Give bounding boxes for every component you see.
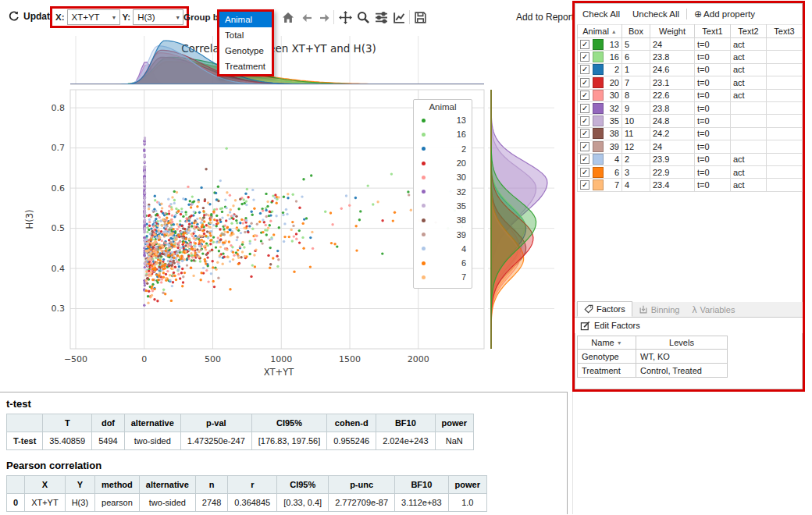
legend-item-38: 38: [418, 213, 468, 227]
plus-circle-icon: ⊕: [694, 9, 702, 20]
edit-factors-button[interactable]: Edit Factors: [575, 318, 803, 333]
legend-item-39: 39: [418, 227, 468, 241]
update-button[interactable]: Update: [6, 9, 55, 23]
lambda-icon: λ: [692, 304, 696, 315]
y-variable-dropdown[interactable]: H(3) ▼: [133, 9, 183, 25]
color-swatch: [593, 39, 604, 50]
factors-header-name[interactable]: Name▼: [578, 336, 636, 350]
color-swatch: [593, 77, 604, 88]
svg-text:0.3: 0.3: [52, 304, 66, 314]
row-checkbox[interactable]: ✓: [580, 78, 589, 87]
svg-text:0.4: 0.4: [52, 264, 66, 274]
animal-row-6[interactable]: ✓6322.9t=0act: [578, 165, 803, 178]
column-header-text2[interactable]: Text2: [731, 25, 767, 38]
toolbar-separator: [333, 10, 334, 24]
y-label: Y:: [123, 12, 131, 22]
column-header-box[interactable]: Box: [622, 25, 650, 38]
color-swatch: [593, 90, 604, 101]
chart-area[interactable]: Correlation between XT+YT and H(3)−50005…: [0, 35, 570, 392]
legend-marker: [422, 233, 426, 236]
legend-item-7: 7: [418, 270, 468, 284]
row-checkbox[interactable]: ✓: [580, 52, 589, 62]
color-swatch: [593, 64, 604, 75]
legend-marker: [422, 176, 426, 179]
forward-icon[interactable]: [318, 11, 332, 25]
animal-row-30[interactable]: ✓30822.6t=0act: [578, 89, 803, 101]
tab-binning[interactable]: Binning: [632, 303, 686, 317]
animal-row-39[interactable]: ✓391224t=0: [578, 140, 803, 153]
pan-icon[interactable]: [338, 10, 352, 24]
chevron-down-icon: ▼: [175, 15, 180, 20]
ttest-table: Tdofalternativep-valCI95%cohen-dBF10powe…: [6, 414, 474, 450]
groupby-option-treatment[interactable]: Treatment: [219, 59, 272, 74]
column-header-text1[interactable]: Text1: [695, 25, 731, 38]
svg-text:XT+YT: XT+YT: [264, 367, 294, 378]
add-to-report-button[interactable]: Add to Report: [516, 12, 574, 23]
subplots-icon[interactable]: [374, 10, 388, 24]
row-checkbox[interactable]: ✓: [580, 40, 589, 49]
animal-row-7[interactable]: ✓7423.4t=0act: [578, 179, 803, 191]
x-variable-dropdown[interactable]: XT+YT ▼: [67, 9, 120, 25]
groupby-option-genotype[interactable]: Genotype: [219, 43, 272, 59]
row-checkbox[interactable]: ✓: [580, 91, 589, 100]
animal-row-32[interactable]: ✓32923.8t=0: [578, 101, 803, 114]
save-icon[interactable]: [413, 10, 427, 24]
row-checkbox[interactable]: ✓: [580, 142, 589, 151]
home-icon[interactable]: [281, 11, 295, 25]
factor-row[interactable]: TreatmentControl, Treated: [578, 364, 728, 378]
legend-item-30: 30: [418, 170, 468, 184]
animal-row-38[interactable]: ✓381124.2t=0: [578, 127, 803, 140]
legend-marker: [422, 190, 426, 194]
factor-row[interactable]: GenotypeWT, KO: [578, 350, 728, 364]
tab-variables[interactable]: λ Variables: [686, 303, 741, 317]
animal-row-4[interactable]: ✓4223.9t=0act: [578, 153, 803, 165]
stats-row: 0XT+YTH(3)pearsontwo-sided27480.364845[0…: [7, 494, 487, 512]
panel-divider: [572, 392, 573, 514]
row-checkbox[interactable]: ✓: [580, 168, 589, 177]
color-swatch: [593, 154, 604, 165]
animal-row-20[interactable]: ✓20723.1t=0act: [578, 76, 803, 89]
column-header-text3[interactable]: Text3: [767, 25, 803, 38]
chevron-down-icon: ▼: [112, 15, 117, 20]
tag-icon: [584, 304, 593, 314]
toolbar-separator: [409, 10, 410, 24]
svg-text:1000: 1000: [270, 354, 292, 364]
row-checkbox[interactable]: ✓: [580, 116, 589, 126]
add-property-button[interactable]: ⊕Add property: [691, 7, 758, 21]
row-checkbox[interactable]: ✓: [580, 65, 589, 74]
column-header-animal[interactable]: Animal▲: [578, 25, 622, 38]
color-swatch: [593, 115, 604, 126]
check-all-button[interactable]: Check All: [579, 8, 623, 20]
x-label: X:: [55, 12, 65, 22]
row-checkbox[interactable]: ✓: [580, 129, 589, 138]
stats-row: T-test35.408595494two-sided1.473250e-247…: [7, 432, 474, 450]
row-checkbox[interactable]: ✓: [580, 104, 589, 113]
row-checkbox[interactable]: ✓: [580, 180, 589, 190]
column-header-weight[interactable]: Weight: [650, 25, 695, 38]
legend-marker: [422, 133, 426, 137]
tab-factors[interactable]: Factors: [577, 301, 632, 317]
back-icon[interactable]: [300, 11, 314, 25]
chart-title: Correlation between XT+YT and H(3): [181, 42, 376, 55]
zoom-icon[interactable]: [356, 10, 370, 24]
svg-text:0.5: 0.5: [52, 223, 66, 233]
groupby-option-total[interactable]: Total: [219, 27, 272, 43]
legend-marker: [422, 275, 426, 279]
legend-marker: [422, 261, 426, 265]
uncheck-all-button[interactable]: Uncheck All: [629, 8, 682, 20]
groupby-option-animal[interactable]: Animal: [219, 12, 272, 27]
ttest-title: t-test: [6, 398, 567, 410]
svg-text:1500: 1500: [339, 354, 361, 364]
pearson-table: XYmethodalternativenrCI95%p-uncBF10power…: [6, 475, 487, 512]
row-checkbox[interactable]: ✓: [580, 154, 589, 164]
svg-text:H(3): H(3): [24, 210, 35, 229]
svg-text:2000: 2000: [408, 354, 429, 364]
customize-icon[interactable]: [392, 10, 406, 24]
stats-panel: t-test Tdofalternativep-valCI95%cohen-dB…: [0, 392, 568, 514]
animal-row-13[interactable]: ✓13524t=0act: [578, 38, 803, 51]
color-swatch: [593, 128, 604, 139]
animal-row-35[interactable]: ✓351024.8t=0: [578, 115, 803, 127]
factors-header-levels[interactable]: Levels: [636, 336, 728, 350]
animal-row-16[interactable]: ✓16623.8t=0act: [578, 51, 803, 63]
animal-row-2[interactable]: ✓2124.6t=0act: [578, 63, 803, 76]
